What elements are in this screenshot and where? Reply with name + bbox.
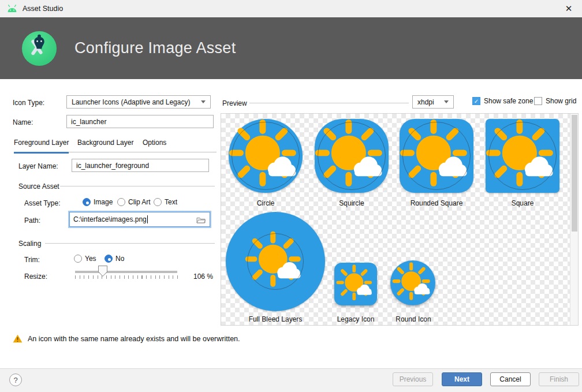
sun-cloud-icon [486,119,559,193]
question-mark-icon: ? [13,376,17,384]
name-value: ic_launcher [71,118,106,126]
preview-scrollbar[interactable] [570,114,578,325]
previous-button[interactable]: Previous [393,372,433,386]
sun-cloud-icon [315,119,389,193]
radio-trim-no-label: No [115,255,124,263]
layer-name-input[interactable]: ic_launcher_foreground [72,159,209,172]
warning-icon [13,334,23,343]
radio-dot-icon [154,198,162,206]
scrollbar-thumb[interactable] [572,115,577,232]
warning-message: An icon with the same name already exist… [13,334,240,343]
icon-type-label: Icon Type: [13,99,44,107]
show-grid-checkbox[interactable]: Show grid [534,97,576,105]
safe-zone-ring [232,122,300,190]
preview-tile-full-bleed [226,212,325,311]
cancel-button[interactable]: Cancel [490,372,531,386]
radio-trim-yes[interactable]: Yes [74,255,96,263]
tile-label: Circle [257,199,275,207]
tile-label: Square [512,199,534,207]
name-input[interactable]: ic_launcher [66,115,214,128]
help-button[interactable]: ? [9,374,22,386]
icon-type-value: Launcher Icons (Adaptive and Legacy) [72,98,190,106]
radio-dot-icon [117,198,125,206]
preview-tile-square: Square [486,119,559,207]
resize-value: 106 % [193,272,213,281]
tab-foreground-layer[interactable]: Foreground Layer [14,139,69,152]
path-input[interactable]: C:\interface\images.png [69,212,210,227]
show-safe-zone-checkbox[interactable]: ✓ Show safe zone [472,97,533,105]
scaling-section-label: Scaling [18,240,41,248]
checkbox-check-icon: ✓ [472,97,480,105]
asset-studio-dialog: Asset Studio ✕ Configure Image Asset Ico… [0,0,582,392]
show-safe-zone-label: Show safe zone [484,97,533,105]
preview-tile-legacy [334,263,377,305]
safe-zone-ring [402,122,471,190]
density-value: xhdpi [417,98,434,106]
source-asset-divider [60,186,215,186]
android-head-icon [6,4,18,13]
tile-label: Rounded Square [411,199,463,207]
resize-slider-track[interactable] [75,271,177,273]
radio-dot-icon [74,255,82,263]
radio-trim-no[interactable]: No [105,255,124,263]
safe-zone-ring [488,122,557,190]
radio-clip-art-label: Clip Art [128,198,151,206]
checkbox-box-icon [534,97,542,105]
safe-zone-ring [318,122,386,190]
safe-zone-ring [247,233,304,290]
radio-dot-icon [83,198,91,206]
tile-label: Full Bleed Layers [226,315,325,323]
preview-divider [249,103,409,103]
preview-tile-round [390,260,435,305]
folder-icon [196,216,206,223]
window-title: Asset Studio [23,5,63,13]
radio-image[interactable]: Image [83,198,113,206]
show-grid-label: Show grid [546,97,576,105]
trim-label: Trim: [24,256,40,264]
preview-canvas: Circle Squircle Rounded Square Square [221,113,579,326]
resize-label: Resize: [24,272,47,281]
chevron-down-icon [444,100,449,103]
source-asset-section-label: Source Asset [18,182,59,191]
radio-dot-icon [105,255,113,263]
radio-trim-yes-label: Yes [85,255,96,263]
chevron-down-icon [201,100,206,103]
android-studio-logo-icon [21,31,57,66]
finish-button[interactable]: Finish [539,372,579,386]
warning-text: An icon with the same name already exist… [28,335,240,343]
scaling-divider [45,243,215,244]
sun-cloud-icon [336,264,375,304]
tab-options[interactable]: Options [143,139,166,152]
close-button[interactable]: ✕ [555,0,582,17]
title-bar: Asset Studio ✕ [0,0,582,17]
radio-image-label: Image [94,198,113,206]
browse-folder-button[interactable] [196,215,206,224]
preview-tile-circle: Circle [229,119,303,207]
preview-section-label: Preview [222,99,247,107]
icon-type-select[interactable]: Launcher Icons (Adaptive and Legacy) [66,95,211,109]
preview-tile-squircle: Squircle [315,119,389,207]
layer-tabs: Foreground Layer Background Layer Option… [14,139,217,152]
path-label: Path: [24,216,40,225]
density-select[interactable]: xhdpi [412,95,454,109]
asset-type-label: Asset Type: [24,199,60,207]
radio-clip-art[interactable]: Clip Art [117,198,151,206]
tile-label: Squircle [339,199,364,207]
path-value: C:\interface\images.png [73,215,147,223]
close-icon: ✕ [565,3,573,14]
name-label: Name: [13,118,33,126]
page-title: Configure Image Asset [74,39,236,57]
next-button[interactable]: Next [442,372,482,386]
tab-background-layer[interactable]: Background Layer [77,139,133,152]
sun-cloud-icon [229,119,303,193]
radio-text-label: Text [165,198,177,206]
layer-name-label: Layer Name: [18,162,58,170]
radio-text[interactable]: Text [154,198,177,206]
dialog-header: Configure Image Asset [0,17,582,79]
text-caret [147,215,148,223]
tile-label: Round Icon [379,315,448,323]
sun-cloud-icon [392,262,434,304]
sun-cloud-icon [400,119,473,193]
preview-tile-rounded-square: Rounded Square [400,119,473,207]
layer-name-value: ic_launcher_foreground [76,162,149,170]
